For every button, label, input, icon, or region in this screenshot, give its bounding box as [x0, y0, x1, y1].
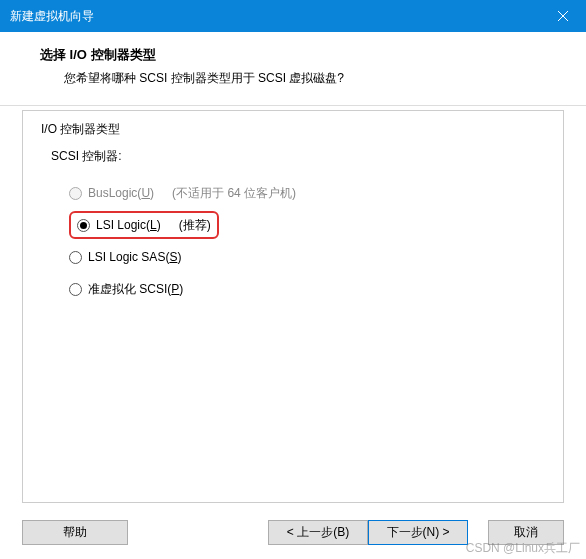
- radio-hint: (不适用于 64 位客户机): [172, 185, 296, 202]
- scsi-controller-label: SCSI 控制器:: [51, 148, 545, 165]
- radio-label: LSI Logic(L): [96, 218, 161, 232]
- radio-group: BusLogic(U) (不适用于 64 位客户机) LSI Logic(L) …: [69, 177, 545, 305]
- help-button[interactable]: 帮助: [22, 520, 128, 545]
- radio-icon: [69, 251, 82, 264]
- radio-lsi-logic[interactable]: LSI Logic(L) (推荐): [69, 209, 545, 241]
- radio-icon: [77, 219, 90, 232]
- radio-buslogic: BusLogic(U) (不适用于 64 位客户机): [69, 177, 545, 209]
- next-button[interactable]: 下一步(N) >: [368, 520, 468, 545]
- cancel-button[interactable]: 取消: [488, 520, 564, 545]
- back-button[interactable]: < 上一步(B): [268, 520, 368, 545]
- radio-icon: [69, 283, 82, 296]
- radio-label: BusLogic(U): [88, 186, 154, 200]
- radio-label: 准虚拟化 SCSI(P): [88, 281, 183, 298]
- radio-paravirtual-scsi[interactable]: 准虚拟化 SCSI(P): [69, 273, 545, 305]
- radio-lsi-logic-sas[interactable]: LSI Logic SAS(S): [69, 241, 545, 273]
- page-title: 选择 I/O 控制器类型: [40, 46, 562, 64]
- content-panel: I/O 控制器类型 SCSI 控制器: BusLogic(U) (不适用于 64…: [22, 110, 564, 503]
- wizard-header: 选择 I/O 控制器类型 您希望将哪种 SCSI 控制器类型用于 SCSI 虚拟…: [0, 32, 586, 106]
- group-label: I/O 控制器类型: [41, 121, 545, 138]
- titlebar: 新建虚拟机向导: [0, 0, 586, 32]
- radio-selected-dot: [80, 222, 87, 229]
- page-description: 您希望将哪种 SCSI 控制器类型用于 SCSI 虚拟磁盘?: [64, 70, 562, 87]
- highlight-box: LSI Logic(L) (推荐): [69, 211, 219, 239]
- window-title: 新建虚拟机向导: [10, 8, 540, 25]
- radio-hint: (推荐): [179, 217, 211, 234]
- button-bar: 帮助 < 上一步(B) 下一步(N) > 取消: [22, 520, 564, 545]
- radio-label: LSI Logic SAS(S): [88, 250, 181, 264]
- radio-icon: [69, 187, 82, 200]
- close-icon: [557, 10, 569, 22]
- close-button[interactable]: [540, 0, 586, 32]
